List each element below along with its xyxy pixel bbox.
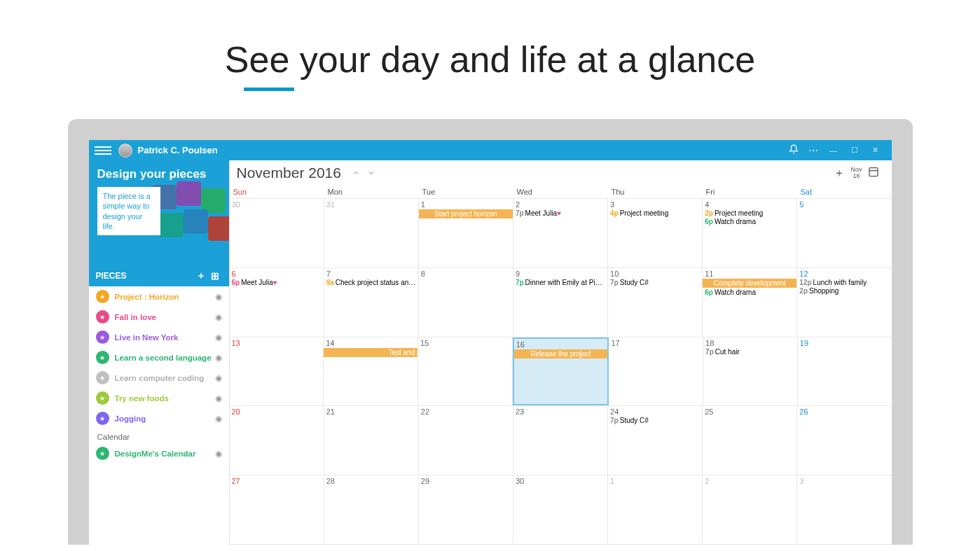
day-cell[interactable]: 97pDinner with Emily at Pike street (513, 268, 608, 337)
event[interactable]: 7pCut hair (705, 348, 795, 356)
week-row: 30311Start project horizon27pMeet Julia♥… (230, 199, 892, 268)
day-number: 30 (516, 477, 605, 485)
visibility-icon[interactable]: ◉ (215, 353, 222, 363)
titlebar: Patrick C. Poulsen ⋯ — ☐ ✕ (89, 140, 892, 160)
visibility-icon[interactable]: ◉ (215, 333, 222, 342)
day-number: 4 (705, 200, 794, 209)
day-cell[interactable]: 19 (798, 337, 892, 406)
event[interactable]: 6pWatch drama (705, 218, 794, 225)
day-cell[interactable]: 1212pLunch with family2pShopping (797, 268, 891, 337)
day-cell[interactable]: 1 (608, 475, 703, 544)
menu-icon[interactable] (95, 142, 111, 159)
calendar-toolbar: November 2016 ＋ Nov16 (230, 160, 892, 186)
day-number: 27 (232, 477, 322, 485)
grid-view-icon[interactable]: ⊞ (208, 270, 222, 281)
day-cell[interactable]: 25 (703, 406, 797, 475)
event[interactable]: 12pLunch with family (799, 279, 889, 286)
day-cell[interactable]: 13 (230, 337, 324, 406)
close-button[interactable]: ✕ (865, 146, 886, 155)
day-cell[interactable]: 107pStudy C# (608, 268, 703, 337)
piece-label: Project : Horizon (115, 293, 215, 301)
piece-label: Learn computer coding (115, 374, 215, 382)
day-cell[interactable]: 34pProject meeting (608, 199, 703, 267)
piece-item[interactable]: ★ Learn a second language ◉ (89, 347, 229, 368)
visibility-icon[interactable]: ◉ (215, 373, 222, 383)
piece-icon: ★ (96, 310, 109, 323)
day-cell[interactable]: 1Start project horizon (419, 199, 513, 267)
day-cell[interactable]: 79aCheck project status and meeting (324, 268, 419, 337)
day-cell[interactable]: 8 (419, 268, 513, 337)
day-cell[interactable]: 20 (230, 406, 324, 475)
day-cell[interactable]: 42pProject meeting6pWatch drama (703, 199, 797, 267)
day-number: 23 (516, 407, 605, 416)
piece-item[interactable]: ★ Try new foods ◉ (89, 388, 229, 408)
day-cell[interactable]: 17 (609, 337, 703, 406)
event-bar[interactable]: Test and prepare for release (324, 348, 418, 357)
event[interactable]: 2pShopping (799, 287, 889, 295)
today-button[interactable]: Nov16 (850, 167, 862, 179)
next-month-button[interactable] (364, 165, 379, 181)
event[interactable]: 4pProject meeting (610, 209, 700, 217)
visibility-icon[interactable]: ◉ (215, 414, 222, 424)
piece-item[interactable]: ★ Learn computer coding ◉ (89, 368, 229, 388)
event[interactable]: 7pStudy C# (610, 417, 700, 424)
day-cell[interactable]: 22 (419, 406, 513, 475)
event[interactable]: 9aCheck project status and meeting (326, 279, 416, 286)
visibility-icon[interactable]: ◉ (215, 393, 222, 403)
piece-label: Live in New York (115, 333, 215, 342)
event-bar[interactable]: Release the project (514, 349, 608, 358)
minimize-button[interactable]: — (823, 146, 844, 155)
event[interactable]: 6pWatch drama (705, 288, 794, 296)
day-cell[interactable]: 15 (418, 337, 513, 406)
day-cell[interactable]: 5 (797, 199, 891, 267)
day-cell[interactable]: 27pMeet Julia♥ (513, 199, 608, 267)
event-bar[interactable]: Complete development (703, 279, 796, 288)
calendar-view-icon[interactable] (862, 166, 885, 180)
day-cell[interactable]: 30 (513, 475, 608, 544)
day-cell[interactable]: 66pMeet Julia♥ (230, 268, 324, 337)
event[interactable]: 7pStudy C# (610, 279, 700, 286)
day-number: 20 (232, 407, 322, 416)
dow-cell: Thu (608, 186, 703, 198)
day-cell[interactable]: 29 (419, 475, 513, 544)
day-number: 18 (705, 339, 795, 347)
day-number: 16 (516, 340, 606, 349)
day-cell[interactable]: 28 (324, 475, 419, 544)
day-cell[interactable]: 247pStudy C# (608, 406, 703, 475)
day-number: 28 (326, 477, 416, 485)
day-cell[interactable]: 23 (513, 406, 608, 475)
day-cell[interactable]: 30 (230, 199, 324, 267)
piece-item[interactable]: ★ Jogging ◉ (89, 408, 229, 428)
sidebar: Design your pieces The piece is a simple… (89, 160, 229, 545)
day-cell[interactable]: 2 (703, 475, 797, 544)
event[interactable]: 7pMeet Julia♥ (516, 209, 605, 217)
add-event-button[interactable]: ＋ (828, 166, 850, 181)
notification-icon[interactable] (784, 144, 803, 156)
day-cell[interactable]: 31 (324, 199, 419, 267)
more-icon[interactable]: ⋯ (803, 145, 823, 156)
visibility-icon[interactable]: ◉ (215, 292, 222, 302)
day-cell[interactable]: 11Complete development6pWatch drama (703, 268, 797, 337)
add-piece-icon[interactable]: ＋ (194, 270, 208, 282)
event[interactable]: 2pProject meeting (705, 209, 794, 217)
avatar[interactable] (118, 144, 132, 158)
event[interactable]: 7pDinner with Emily at Pike street (516, 279, 605, 286)
piece-item[interactable]: ★ Fall in love ◉ (89, 307, 229, 327)
day-cell[interactable]: 14Test and prepare for release (324, 337, 418, 406)
piece-item[interactable]: ★ Project : Horizon ◉ (89, 286, 229, 307)
day-cell[interactable]: 26 (797, 406, 891, 475)
day-cell[interactable]: 3 (797, 475, 891, 544)
piece-item[interactable]: ★ Live in New York ◉ (89, 327, 229, 347)
day-number: 29 (421, 477, 511, 485)
visibility-icon[interactable]: ◉ (215, 312, 222, 322)
maximize-button[interactable]: ☐ (844, 146, 865, 155)
event-bar[interactable]: Start project horizon (419, 209, 513, 218)
visibility-icon[interactable]: ◉ (215, 449, 222, 459)
event[interactable]: 6pMeet Julia♥ (232, 279, 322, 286)
calendar-item[interactable]: ★ DesignMe's Calendar ◉ (89, 443, 229, 463)
day-cell[interactable]: 16Release the project (513, 337, 609, 406)
day-cell[interactable]: 187pCut hair (703, 337, 798, 406)
prev-month-button[interactable] (348, 165, 364, 181)
day-cell[interactable]: 27 (230, 475, 324, 544)
day-cell[interactable]: 21 (324, 406, 419, 475)
